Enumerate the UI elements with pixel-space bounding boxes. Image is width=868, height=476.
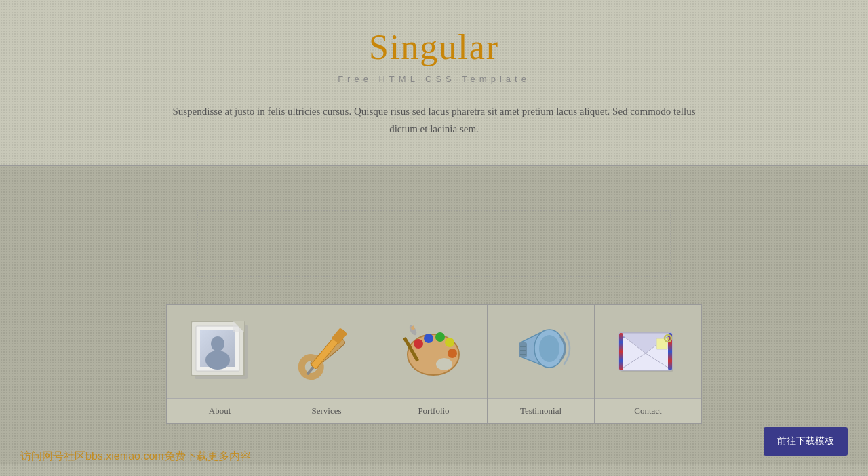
svg-point-18	[445, 338, 454, 347]
svg-point-19	[448, 349, 457, 358]
decorative-area	[163, 203, 705, 284]
bottom-section: About Services	[0, 166, 868, 464]
contact-icon	[595, 305, 701, 399]
testimonial-icon	[488, 305, 594, 399]
about-icon-svg	[188, 318, 252, 386]
services-icon-svg	[293, 318, 361, 386]
services-label: Services	[273, 399, 380, 423]
nav-cards: About Services	[166, 304, 702, 424]
nav-card-testimonial[interactable]: Testimonial	[488, 304, 595, 424]
svg-point-5	[205, 351, 230, 370]
svg-point-15	[414, 339, 423, 349]
site-title: Singular	[14, 27, 854, 67]
site-subtitle: Free HTML CSS Template	[14, 74, 854, 84]
portfolio-icon-svg	[398, 318, 469, 386]
contact-label: Contact	[595, 399, 701, 423]
svg-point-40	[667, 337, 669, 340]
dot-rect	[197, 210, 671, 277]
svg-point-25	[539, 335, 559, 362]
portfolio-icon	[380, 305, 487, 399]
nav-card-contact[interactable]: Contact	[595, 304, 702, 424]
hero-text: Suspendisse at justo in felis ultricies …	[170, 103, 698, 138]
about-label: About	[167, 399, 273, 423]
portfolio-label: Portfolio	[380, 399, 487, 423]
services-icon	[273, 305, 380, 399]
svg-point-17	[435, 332, 445, 342]
nav-card-portfolio[interactable]: Portfolio	[380, 304, 488, 424]
testimonial-label: Testimonial	[488, 399, 594, 423]
top-section: Singular Free HTML CSS Template Suspendi…	[0, 0, 868, 166]
svg-point-16	[424, 334, 433, 343]
svg-point-4	[211, 336, 224, 351]
svg-rect-36	[619, 333, 623, 370]
svg-point-14	[436, 358, 452, 370]
contact-icon-svg	[612, 319, 684, 384]
about-icon	[167, 305, 273, 399]
testimonial-icon-svg	[505, 318, 576, 386]
nav-card-about[interactable]: About	[166, 304, 273, 424]
download-button[interactable]: 前往下载模板	[764, 427, 848, 456]
nav-card-services[interactable]: Services	[273, 304, 380, 424]
watermark: 访问网号社区bbs.xieniao.com免费下载更多内容	[20, 450, 251, 464]
